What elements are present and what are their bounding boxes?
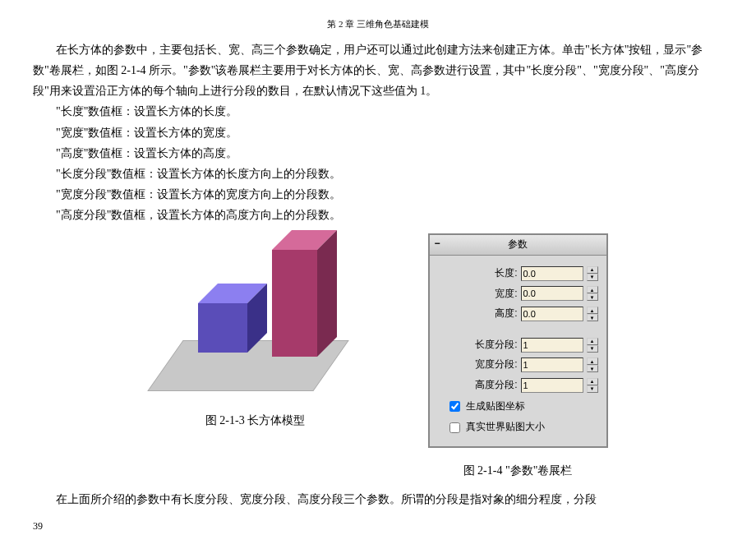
height-seg-input[interactable] — [521, 378, 583, 393]
panel-title[interactable]: 参数 — [430, 235, 606, 256]
length-seg-spinner[interactable]: ▲▼ — [587, 338, 598, 353]
spinner-down-icon[interactable]: ▼ — [587, 345, 598, 353]
bullet-item: "宽度分段"数值框：设置长方体的宽度方向上的分段数。 — [33, 184, 723, 205]
spinner-down-icon[interactable]: ▼ — [587, 293, 598, 301]
chapter-header: 第 2 章 三维角色基础建模 — [33, 16, 723, 33]
spinner-up-icon[interactable]: ▲ — [587, 338, 598, 345]
page-number: 39 — [33, 518, 723, 535]
height-input[interactable] — [521, 307, 583, 321]
gen-mapping-checkbox[interactable] — [449, 401, 460, 412]
spinner-down-icon[interactable]: ▼ — [587, 274, 598, 281]
cuboid-illustration — [149, 233, 362, 398]
paragraph-1: 在长方体的参数中，主要包括长、宽、高三个参数确定，用户还可以通过此创建方法来创建… — [33, 39, 723, 102]
bullet-item: "高度分段"数值框，设置长方体的高度方向上的分段数。 — [33, 205, 723, 225]
figure-caption-right: 图 2-1-4 "参数"卷展栏 — [463, 460, 573, 481]
height-spinner[interactable]: ▲▼ — [587, 307, 598, 321]
length-seg-label: 长度分段: — [468, 336, 518, 354]
width-seg-input[interactable] — [521, 357, 583, 372]
width-spinner[interactable]: ▲▼ — [587, 286, 598, 301]
height-seg-label: 高度分段: — [468, 376, 518, 394]
real-world-label: 真实世界贴图大小 — [466, 418, 545, 436]
length-seg-input[interactable] — [521, 338, 583, 353]
spinner-up-icon[interactable]: ▲ — [587, 378, 598, 385]
real-world-checkbox[interactable] — [449, 422, 460, 433]
bullet-list: "长度"数值框：设置长方体的长度。 "宽度"数值框：设置长方体的宽度。 "高度"… — [33, 101, 723, 225]
width-label: 宽度: — [468, 285, 518, 303]
length-label: 长度: — [468, 265, 518, 283]
figure-caption-left: 图 2-1-3 长方体模型 — [205, 410, 305, 431]
spinner-down-icon[interactable]: ▼ — [587, 385, 598, 393]
paragraph-2: 在上面所介绍的参数中有长度分段、宽度分段、高度分段三个参数。所谓的分段是指对象的… — [33, 489, 723, 510]
height-label: 高度: — [468, 305, 518, 323]
bullet-item: "长度分段"数值框：设置长方体的长度方向上的分段数。 — [33, 164, 723, 184]
height-seg-spinner[interactable]: ▲▼ — [587, 378, 598, 393]
width-input[interactable] — [521, 286, 583, 301]
bullet-item: "宽度"数值框：设置长方体的宽度。 — [33, 122, 723, 143]
width-seg-label: 宽度分段: — [468, 356, 518, 374]
spinner-up-icon[interactable]: ▲ — [587, 307, 598, 314]
parameters-panel: 参数 长度: ▲▼ 宽度: ▲▼ 高度: ▲▼ — [428, 233, 608, 447]
spinner-up-icon[interactable]: ▲ — [587, 286, 598, 293]
spinner-down-icon[interactable]: ▼ — [587, 365, 598, 372]
spinner-up-icon[interactable]: ▲ — [587, 266, 598, 274]
spinner-up-icon[interactable]: ▲ — [587, 357, 598, 365]
spinner-down-icon[interactable]: ▼ — [587, 314, 598, 321]
gen-mapping-label: 生成贴图坐标 — [466, 398, 525, 416]
bullet-item: "长度"数值框：设置长方体的长度。 — [33, 101, 723, 122]
bullet-item: "高度"数值框：设置长方体的高度。 — [33, 143, 723, 164]
length-spinner[interactable]: ▲▼ — [587, 266, 598, 281]
width-seg-spinner[interactable]: ▲▼ — [587, 357, 598, 372]
length-input[interactable] — [521, 266, 583, 281]
